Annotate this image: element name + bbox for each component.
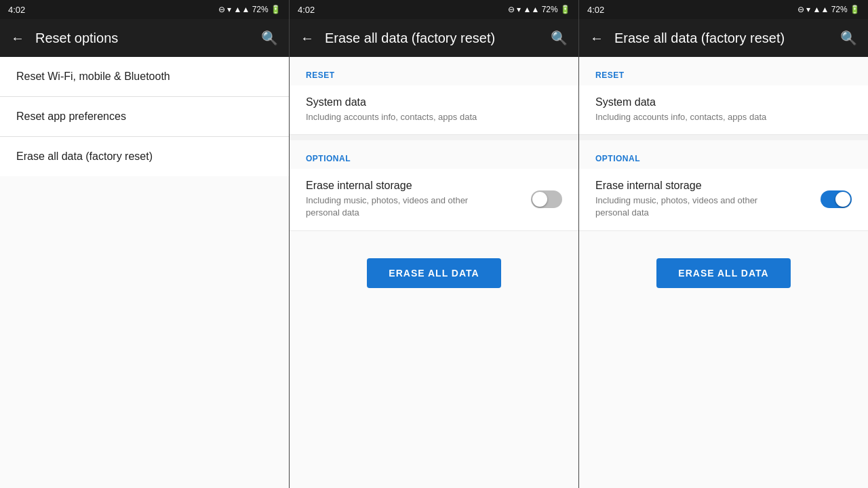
time-3: 4:02	[587, 5, 604, 15]
erase-storage-title-3: Erase internal storage	[595, 180, 785, 192]
back-icon-3[interactable]	[590, 30, 604, 46]
system-data-subtitle-2: Including accounts info, contacts, apps …	[306, 111, 477, 123]
content-3: RESET System data Including accounts inf…	[579, 57, 868, 488]
status-icons-1: ⊖ ▾ ▲▲ 72% 🔋	[218, 5, 281, 14]
search-icon-1[interactable]: 🔍	[261, 30, 278, 46]
system-data-text-2: System data Including accounts info, con…	[306, 96, 477, 123]
system-data-title-2: System data	[306, 96, 477, 108]
search-icon-2[interactable]: 🔍	[551, 30, 568, 46]
back-icon-2[interactable]	[300, 30, 314, 46]
toggle-knob-3	[835, 192, 850, 207]
status-bar-3: 4:02 ⊖ ▾ ▲▲ 72% 🔋	[579, 0, 868, 19]
button-area-3: ERASE ALL DATA	[579, 231, 868, 315]
list-item-factory-reset[interactable]: Erase all data (factory reset)	[0, 137, 289, 176]
button-area-2: ERASE ALL DATA	[290, 231, 578, 315]
erase-all-button-2[interactable]: ERASE ALL DATA	[367, 258, 500, 288]
status-bar-1: 4:02 ⊖ ▾ ▲▲ 72% 🔋	[0, 0, 289, 19]
erase-all-button-3[interactable]: ERASE ALL DATA	[656, 258, 790, 288]
page-title-2: Erase all data (factory reset)	[325, 30, 540, 46]
panel-reset-options: 4:02 ⊖ ▾ ▲▲ 72% 🔋 Reset options 🔍 Reset …	[0, 0, 290, 488]
erase-storage-item-2: Erase internal storage Including music, …	[290, 169, 578, 230]
panel-factory-reset-off: 4:02 ⊖ ▾ ▲▲ 72% 🔋 Erase all data (factor…	[290, 0, 579, 488]
status-icons-3: ⊖ ▾ ▲▲ 72% 🔋	[797, 5, 860, 14]
panel-factory-reset-on: 4:02 ⊖ ▾ ▲▲ 72% 🔋 Erase all data (factor…	[579, 0, 868, 488]
list-item-app-prefs[interactable]: Reset app preferences	[0, 97, 289, 137]
system-data-item-3: System data Including accounts info, con…	[579, 85, 868, 135]
erase-storage-toggle-3[interactable]	[821, 190, 852, 208]
top-bar-2: Erase all data (factory reset) 🔍	[290, 19, 578, 57]
top-bar-1: Reset options 🔍	[0, 19, 289, 57]
search-icon-3[interactable]: 🔍	[840, 30, 857, 46]
status-bar-2: 4:02 ⊖ ▾ ▲▲ 72% 🔋	[290, 0, 578, 19]
reset-section-label-2: RESET	[290, 57, 578, 85]
system-data-text-3: System data Including accounts info, con…	[595, 96, 766, 123]
system-data-title-3: System data	[595, 96, 766, 108]
list-item-wifi[interactable]: Reset Wi-Fi, mobile & Bluetooth	[0, 57, 289, 97]
toggle-knob-2	[532, 192, 547, 207]
erase-storage-item-3: Erase internal storage Including music, …	[579, 169, 868, 230]
erase-storage-subtitle-2: Including music, photos, videos and othe…	[306, 195, 496, 219]
back-icon-1[interactable]	[11, 30, 24, 46]
content-1: Reset Wi-Fi, mobile & Bluetooth Reset ap…	[0, 57, 289, 488]
top-bar-3: Erase all data (factory reset) 🔍	[579, 19, 868, 57]
status-icons-2: ⊖ ▾ ▲▲ 72% 🔋	[508, 5, 570, 14]
system-data-item-2: System data Including accounts info, con…	[290, 85, 578, 135]
panels-container: 4:02 ⊖ ▾ ▲▲ 72% 🔋 Reset options 🔍 Reset …	[0, 0, 868, 488]
time-2: 4:02	[298, 5, 315, 15]
content-2: RESET System data Including accounts inf…	[290, 57, 578, 488]
erase-storage-title-2: Erase internal storage	[306, 180, 496, 192]
erase-storage-text-3: Erase internal storage Including music, …	[595, 180, 785, 219]
erase-storage-text-2: Erase internal storage Including music, …	[306, 180, 496, 219]
erase-storage-toggle-2[interactable]	[531, 190, 562, 208]
time-1: 4:02	[8, 5, 25, 15]
page-title-3: Erase all data (factory reset)	[614, 30, 829, 46]
section-divider-2	[290, 135, 578, 140]
erase-storage-subtitle-3: Including music, photos, videos and othe…	[595, 195, 785, 219]
page-title-1: Reset options	[35, 30, 250, 46]
optional-section-label-2: OPTIONAL	[290, 140, 578, 169]
reset-section-label-3: RESET	[579, 57, 868, 85]
system-data-subtitle-3: Including accounts info, contacts, apps …	[595, 111, 766, 123]
optional-section-label-3: OPTIONAL	[579, 140, 868, 169]
section-divider-3	[579, 135, 868, 140]
